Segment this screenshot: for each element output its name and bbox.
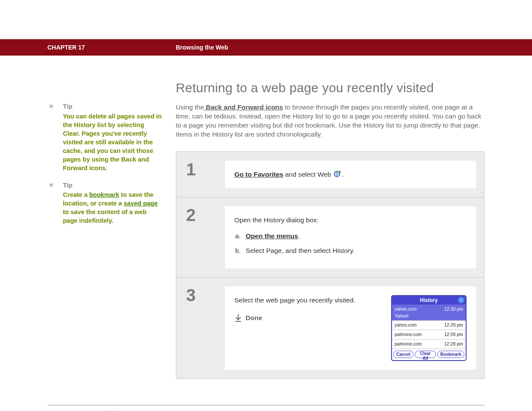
arrow-down-icon bbox=[234, 314, 242, 322]
main-content: Returning to a web page you recently vis… bbox=[176, 81, 485, 379]
step-number: 2 bbox=[186, 206, 225, 268]
step-body: Open the History dialog box: a. Open the… bbox=[225, 206, 476, 268]
chapter-label: CHAPTER 17 bbox=[47, 44, 176, 51]
chapter-banner: CHAPTER 17 Browsing the Web bbox=[0, 39, 532, 56]
footer: Tungsten™ T5 Handheld 416 bbox=[47, 405, 485, 411]
history-clear-button[interactable]: Clear All bbox=[415, 351, 436, 358]
step3-instruction: Select the web page you recently visited… bbox=[234, 295, 381, 305]
step-number: 3 bbox=[186, 286, 225, 370]
asterisk-icon bbox=[47, 102, 63, 172]
saved-page-link[interactable]: saved page bbox=[124, 200, 158, 207]
web-icon bbox=[334, 170, 342, 180]
tip-label: Tip bbox=[63, 181, 163, 190]
chapter-section: Browsing the Web bbox=[176, 44, 228, 51]
history-cancel-button[interactable]: Cancel bbox=[393, 351, 414, 358]
step-number: 1 bbox=[186, 161, 225, 189]
open-menus-link[interactable]: Open the menus bbox=[246, 232, 298, 240]
back-forward-link[interactable]: Back and Forward icons bbox=[204, 103, 283, 111]
tip-text: Create a bookmark to save the location, … bbox=[63, 190, 163, 225]
tip-2: Tip Create a bookmark to save the locati… bbox=[47, 181, 163, 225]
step-1: 1 Go to Favorites and select Web . bbox=[177, 152, 484, 198]
history-bookmark-button[interactable]: Bookmark bbox=[437, 351, 464, 358]
history-row[interactable]: palmone.com 12:28 pm bbox=[392, 330, 466, 339]
page-title: Returning to a web page you recently vis… bbox=[176, 81, 485, 95]
history-dialog: History i yahoo.com Yahoo! 12:30 pm yaho… bbox=[391, 295, 467, 361]
done-indicator: Done bbox=[234, 313, 381, 323]
history-row[interactable]: yahoo.com 12:29 pm bbox=[392, 321, 466, 330]
step-body: Select the web page you recently visited… bbox=[225, 286, 476, 370]
asterisk-icon bbox=[47, 181, 63, 225]
substep-a: a. Open the menus. bbox=[235, 231, 467, 241]
info-icon[interactable]: i bbox=[458, 297, 464, 303]
tip-label: Tip bbox=[63, 102, 163, 111]
step-2: 2 Open the History dialog box: a. Open t… bbox=[177, 198, 484, 278]
tip-text: You can delete all pages saved in the Hi… bbox=[63, 112, 163, 172]
step-body: Go to Favorites and select Web . bbox=[225, 161, 476, 189]
history-list: yahoo.com Yahoo! 12:30 pm yahoo.com 12:2… bbox=[392, 305, 466, 349]
history-title: History i bbox=[392, 296, 466, 305]
sidebar: Tip You can delete all pages saved in th… bbox=[47, 81, 176, 379]
substep-b: b. Select Page, and then select History. bbox=[235, 246, 467, 255]
intro-paragraph: Using the Back and Forward icons to brow… bbox=[176, 103, 485, 139]
steps-box: 1 Go to Favorites and select Web . 2 bbox=[176, 151, 485, 379]
bookmark-link[interactable]: bookmark bbox=[89, 191, 119, 198]
history-row[interactable]: palmone.com 12:28 pm bbox=[392, 339, 466, 349]
tip-1: Tip You can delete all pages saved in th… bbox=[47, 102, 163, 172]
go-to-favorites-link[interactable]: Go to Favorites bbox=[234, 171, 283, 178]
step-3: 3 Select the web page you recently visit… bbox=[177, 278, 484, 378]
history-row[interactable]: yahoo.com Yahoo! 12:30 pm bbox=[392, 305, 466, 321]
